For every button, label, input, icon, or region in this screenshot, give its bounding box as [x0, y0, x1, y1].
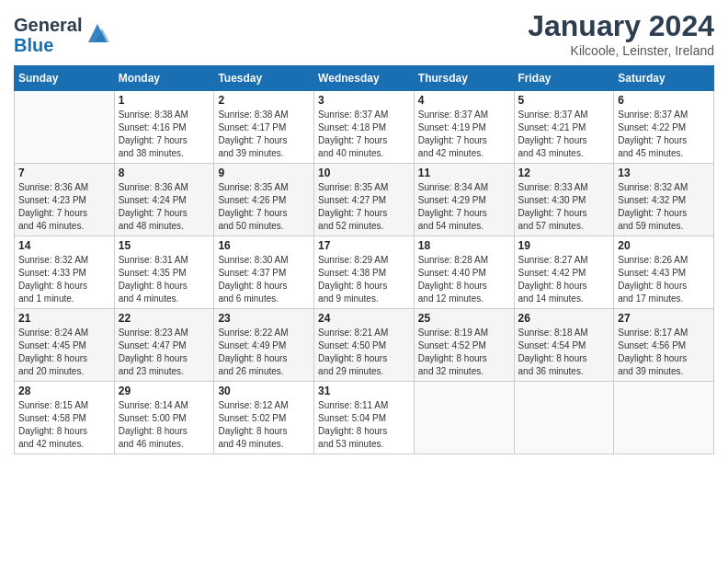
header: General Blue January 2024 Kilcoole, Lein… — [14, 9, 714, 58]
calendar-cell: 18Sunrise: 8:28 AM Sunset: 4:40 PM Dayli… — [414, 236, 514, 309]
calendar-header-saturday: Saturday — [614, 66, 714, 91]
calendar-cell: 12Sunrise: 8:33 AM Sunset: 4:30 PM Dayli… — [514, 164, 614, 236]
day-number: 5 — [518, 94, 610, 107]
day-number: 4 — [418, 94, 510, 107]
day-info: Sunrise: 8:12 AM Sunset: 5:02 PM Dayligh… — [218, 399, 310, 451]
calendar-cell: 3Sunrise: 8:37 AM Sunset: 4:18 PM Daylig… — [314, 91, 415, 164]
day-number: 27 — [618, 312, 710, 325]
day-info: Sunrise: 8:23 AM Sunset: 4:47 PM Dayligh… — [119, 327, 210, 378]
day-number: 28 — [18, 385, 110, 397]
day-number: 23 — [218, 312, 310, 325]
calendar-cell: 29Sunrise: 8:14 AM Sunset: 5:00 PM Dayli… — [114, 382, 214, 454]
calendar-week-1: 1Sunrise: 8:38 AM Sunset: 4:16 PM Daylig… — [15, 91, 714, 164]
calendar-cell: 8Sunrise: 8:36 AM Sunset: 4:24 PM Daylig… — [114, 164, 214, 236]
calendar-cell: 16Sunrise: 8:30 AM Sunset: 4:37 PM Dayli… — [214, 236, 314, 309]
day-info: Sunrise: 8:19 AM Sunset: 4:52 PM Dayligh… — [418, 327, 510, 378]
day-number: 24 — [318, 312, 410, 325]
day-info: Sunrise: 8:30 AM Sunset: 4:37 PM Dayligh… — [218, 254, 310, 305]
logo-icon — [84, 19, 111, 47]
calendar-cell — [414, 382, 514, 454]
calendar-week-5: 28Sunrise: 8:15 AM Sunset: 4:58 PM Dayli… — [15, 382, 714, 454]
day-number: 10 — [318, 167, 410, 179]
day-info: Sunrise: 8:14 AM Sunset: 5:00 PM Dayligh… — [119, 399, 210, 451]
calendar-week-2: 7Sunrise: 8:36 AM Sunset: 4:23 PM Daylig… — [15, 164, 714, 236]
day-number: 7 — [18, 167, 110, 179]
logo-blue: Blue — [14, 35, 53, 55]
calendar-header-tuesday: Tuesday — [214, 66, 314, 91]
calendar-cell: 11Sunrise: 8:34 AM Sunset: 4:29 PM Dayli… — [414, 164, 514, 236]
day-info: Sunrise: 8:28 AM Sunset: 4:40 PM Dayligh… — [418, 254, 510, 305]
calendar-cell: 1Sunrise: 8:38 AM Sunset: 4:16 PM Daylig… — [114, 91, 214, 164]
calendar-cell: 7Sunrise: 8:36 AM Sunset: 4:23 PM Daylig… — [15, 164, 115, 236]
calendar-cell: 24Sunrise: 8:21 AM Sunset: 4:50 PM Dayli… — [314, 309, 415, 382]
day-info: Sunrise: 8:24 AM Sunset: 4:45 PM Dayligh… — [18, 327, 110, 378]
day-number: 29 — [119, 385, 210, 397]
logo: General Blue — [14, 15, 111, 55]
calendar-cell: 19Sunrise: 8:27 AM Sunset: 4:42 PM Dayli… — [514, 236, 614, 309]
calendar-cell: 21Sunrise: 8:24 AM Sunset: 4:45 PM Dayli… — [15, 309, 115, 382]
day-info: Sunrise: 8:21 AM Sunset: 4:50 PM Dayligh… — [318, 327, 410, 378]
title-area: January 2024 Kilcoole, Leinster, Ireland — [528, 9, 714, 58]
calendar-cell: 22Sunrise: 8:23 AM Sunset: 4:47 PM Dayli… — [114, 309, 214, 382]
calendar-header-sunday: Sunday — [15, 66, 115, 91]
day-number: 8 — [119, 167, 210, 179]
day-info: Sunrise: 8:37 AM Sunset: 4:19 PM Dayligh… — [418, 109, 510, 160]
day-info: Sunrise: 8:38 AM Sunset: 4:17 PM Dayligh… — [218, 109, 310, 160]
day-number: 21 — [18, 312, 110, 325]
calendar-cell: 17Sunrise: 8:29 AM Sunset: 4:38 PM Dayli… — [314, 236, 415, 309]
calendar-header-friday: Friday — [514, 66, 614, 91]
day-number: 6 — [618, 94, 710, 107]
day-info: Sunrise: 8:38 AM Sunset: 4:16 PM Dayligh… — [119, 109, 210, 160]
calendar-cell: 25Sunrise: 8:19 AM Sunset: 4:52 PM Dayli… — [414, 309, 514, 382]
day-number: 11 — [418, 167, 510, 179]
day-number: 3 — [318, 94, 410, 107]
calendar-cell — [514, 382, 614, 454]
day-info: Sunrise: 8:18 AM Sunset: 4:54 PM Dayligh… — [518, 327, 610, 378]
day-info: Sunrise: 8:17 AM Sunset: 4:56 PM Dayligh… — [618, 327, 710, 378]
calendar-cell — [614, 382, 714, 454]
calendar-header-row: SundayMondayTuesdayWednesdayThursdayFrid… — [15, 66, 714, 91]
calendar-header-wednesday: Wednesday — [314, 66, 415, 91]
calendar-cell: 20Sunrise: 8:26 AM Sunset: 4:43 PM Dayli… — [614, 236, 714, 309]
calendar-cell: 28Sunrise: 8:15 AM Sunset: 4:58 PM Dayli… — [15, 382, 115, 454]
day-info: Sunrise: 8:15 AM Sunset: 4:58 PM Dayligh… — [18, 399, 110, 451]
calendar-cell: 13Sunrise: 8:32 AM Sunset: 4:32 PM Dayli… — [614, 164, 714, 236]
calendar-cell: 15Sunrise: 8:31 AM Sunset: 4:35 PM Dayli… — [114, 236, 214, 309]
day-number: 2 — [218, 94, 310, 107]
day-number: 14 — [18, 239, 110, 252]
calendar-week-4: 21Sunrise: 8:24 AM Sunset: 4:45 PM Dayli… — [15, 309, 714, 382]
day-info: Sunrise: 8:36 AM Sunset: 4:24 PM Dayligh… — [119, 181, 210, 233]
calendar-cell: 14Sunrise: 8:32 AM Sunset: 4:33 PM Dayli… — [15, 236, 115, 309]
calendar-cell: 27Sunrise: 8:17 AM Sunset: 4:56 PM Dayli… — [614, 309, 714, 382]
calendar-cell: 9Sunrise: 8:35 AM Sunset: 4:26 PM Daylig… — [214, 164, 314, 236]
day-number: 26 — [518, 312, 610, 325]
calendar-cell: 30Sunrise: 8:12 AM Sunset: 5:02 PM Dayli… — [214, 382, 314, 454]
day-number: 1 — [119, 94, 210, 107]
day-info: Sunrise: 8:36 AM Sunset: 4:23 PM Dayligh… — [18, 181, 110, 233]
calendar-cell: 6Sunrise: 8:37 AM Sunset: 4:22 PM Daylig… — [614, 91, 714, 164]
day-number: 31 — [318, 385, 410, 397]
logo-general: General — [14, 15, 82, 35]
day-info: Sunrise: 8:11 AM Sunset: 5:04 PM Dayligh… — [318, 399, 410, 451]
day-number: 25 — [418, 312, 510, 325]
day-info: Sunrise: 8:34 AM Sunset: 4:29 PM Dayligh… — [418, 181, 510, 233]
day-number: 16 — [218, 239, 310, 252]
calendar-cell: 5Sunrise: 8:37 AM Sunset: 4:21 PM Daylig… — [514, 91, 614, 164]
day-info: Sunrise: 8:26 AM Sunset: 4:43 PM Dayligh… — [618, 254, 710, 305]
day-number: 12 — [518, 167, 610, 179]
calendar-week-3: 14Sunrise: 8:32 AM Sunset: 4:33 PM Dayli… — [15, 236, 714, 309]
day-info: Sunrise: 8:37 AM Sunset: 4:21 PM Dayligh… — [518, 109, 610, 160]
day-info: Sunrise: 8:32 AM Sunset: 4:33 PM Dayligh… — [18, 254, 110, 305]
day-number: 17 — [318, 239, 410, 252]
calendar-cell: 4Sunrise: 8:37 AM Sunset: 4:19 PM Daylig… — [414, 91, 514, 164]
calendar-header-monday: Monday — [114, 66, 214, 91]
day-number: 30 — [218, 385, 310, 397]
calendar-cell: 23Sunrise: 8:22 AM Sunset: 4:49 PM Dayli… — [214, 309, 314, 382]
day-info: Sunrise: 8:32 AM Sunset: 4:32 PM Dayligh… — [618, 181, 710, 233]
day-info: Sunrise: 8:33 AM Sunset: 4:30 PM Dayligh… — [518, 181, 610, 233]
day-info: Sunrise: 8:22 AM Sunset: 4:49 PM Dayligh… — [218, 327, 310, 378]
day-info: Sunrise: 8:35 AM Sunset: 4:26 PM Dayligh… — [218, 181, 310, 233]
day-number: 18 — [418, 239, 510, 252]
day-info: Sunrise: 8:35 AM Sunset: 4:27 PM Dayligh… — [318, 181, 410, 233]
day-info: Sunrise: 8:37 AM Sunset: 4:18 PM Dayligh… — [318, 109, 410, 160]
